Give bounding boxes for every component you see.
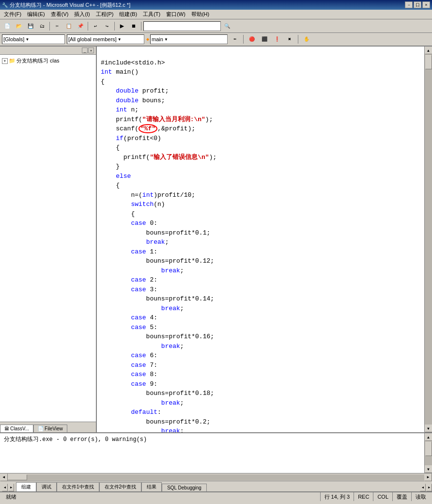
line-case0: case 0: (101, 220, 157, 227)
redo-button[interactable]: ↪ (102, 21, 112, 32)
bp2-button[interactable]: ⬛ (259, 34, 270, 45)
save-workspace-button[interactable]: 🗂 (37, 21, 47, 32)
toolbar2: [Globals] ▼ [All global members] ▼ ◆ mai… (0, 33, 432, 47)
panel-scroll-right[interactable]: ► (426, 484, 432, 491)
line-case23-break: break; (101, 305, 184, 312)
tab-fileview[interactable]: 📄 FileView (33, 425, 67, 432)
output-scroll-track[interactable] (425, 441, 432, 465)
hscroll-track[interactable] (8, 474, 424, 480)
line-include: #include<stdio.h> (101, 59, 165, 66)
line-case0-stmt: bouns=profit*0.1; (101, 229, 210, 236)
nav-button[interactable]: ⬅ (230, 34, 240, 45)
cut-button[interactable]: ✂ (52, 21, 62, 32)
fileview-icon: 📄 (38, 426, 44, 431)
line-brace3: } (101, 163, 120, 170)
output-scroll-thumb[interactable] (425, 441, 432, 456)
left-panel-title: _ × (0, 47, 96, 55)
close-button[interactable]: × (422, 1, 430, 8)
status-rec: REC (354, 492, 373, 501)
minimize-button[interactable]: － (405, 1, 413, 8)
tab-build[interactable]: 组建 (16, 482, 36, 491)
scroll-thumb[interactable] (425, 55, 432, 69)
tree-expand-icon[interactable]: + (2, 58, 8, 64)
menu-view[interactable]: 查看(V) (48, 10, 72, 19)
output-hscrollbar[interactable]: ◄ ► (0, 473, 432, 481)
members-combo[interactable]: [All global members] ▼ (67, 34, 144, 44)
status-col: COL (373, 492, 393, 501)
run-button[interactable]: ▶ (117, 21, 127, 32)
tree-root[interactable]: + 📁 分支结构练习 clas (2, 57, 94, 65)
menu-file[interactable]: 文件(F) (1, 10, 24, 19)
restore-button[interactable]: 口 (414, 1, 421, 8)
search-button[interactable]: 🔍 (222, 21, 232, 32)
tabs-scroll-right[interactable]: ► (8, 484, 14, 491)
sep5 (243, 35, 244, 44)
title-bar-buttons: － 口 × (405, 1, 430, 8)
tab-classview[interactable]: 🏛 ClassV... (0, 425, 33, 432)
members-combo-arrow: ▼ (118, 37, 122, 42)
fileview-label: FileView (45, 426, 63, 431)
menu-project[interactable]: 工程(P) (93, 10, 117, 19)
open-button[interactable]: 📂 (14, 21, 24, 32)
menu-insert[interactable]: 插入(I) (71, 10, 93, 19)
position-text: 行 14, 列 3 (324, 493, 350, 501)
menu-build[interactable]: 组建(B) (116, 10, 140, 19)
globals-combo[interactable]: [Globals] ▼ (2, 34, 65, 44)
paste-button[interactable]: 📌 (75, 21, 86, 32)
output-scroll-down[interactable]: ▼ (425, 465, 432, 473)
menu-help[interactable]: 帮助(H) (188, 10, 212, 19)
tabs-scroll-left[interactable]: ◄ (2, 484, 8, 491)
line-case4: case 4: (101, 314, 157, 321)
tab-sql-debug[interactable]: SQL Debugging (162, 484, 207, 491)
line-main-def: int main() (101, 68, 139, 76)
sep4 (141, 22, 141, 31)
output-scroll-up[interactable]: ▲ (425, 433, 432, 441)
menu-tools[interactable]: 工具(T) (140, 10, 163, 19)
tab-results[interactable]: 结果 (141, 482, 162, 491)
left-panel-title-text (2, 47, 3, 53)
app-icon: 🔧 (2, 2, 8, 8)
code-editor[interactable]: #include<stdio.h> int main() { double pr… (97, 47, 424, 432)
hand-button[interactable]: ✋ (301, 34, 312, 45)
left-panel-minimize[interactable]: _ (82, 47, 88, 53)
hscroll-thumb[interactable] (8, 474, 27, 480)
status-ready: 就绪 (2, 492, 321, 501)
menu-edit[interactable]: 编辑(E) (24, 10, 48, 19)
line-brace2: { (101, 144, 120, 151)
line-scanf: scanf("%f",&profit); (101, 124, 195, 133)
vertical-scrollbar[interactable]: ▲ ▼ (424, 47, 432, 432)
tab-findinfile1[interactable]: 在文件1中查找 (57, 482, 99, 491)
undo-button[interactable]: ↩ (90, 21, 101, 32)
line-case0-break: break; (101, 238, 169, 246)
title-bar: 🔧 分支结构练习 - Microsoft Visual C++ - [例题612… (0, 0, 432, 10)
new-file-button[interactable]: 📄 (2, 21, 13, 32)
clear-bp-button[interactable]: ✖ (284, 34, 295, 45)
stop-button[interactable]: ⏹ (128, 21, 139, 32)
bp-button[interactable]: 🔴 (247, 34, 257, 45)
scroll-up-button[interactable]: ▲ (425, 47, 432, 54)
panel-scroll-left[interactable]: ◄ (420, 484, 426, 491)
enable-bp-button[interactable]: ❗ (272, 34, 282, 45)
hscroll-left-button[interactable]: ◄ (0, 473, 8, 481)
line-default: default: (101, 409, 161, 416)
main-area: _ × + 📁 分支结构练习 clas 🏛 ClassV... 📄 FileVi… (0, 47, 432, 432)
sep6 (298, 35, 298, 44)
line-printf-error: printf("输入了错误信息\n"); (101, 154, 216, 161)
line-brace1: { (101, 78, 105, 85)
read-text: 读取 (416, 493, 426, 501)
save-button[interactable]: 💾 (25, 21, 36, 32)
tab-debug[interactable]: 调试 (36, 482, 57, 491)
left-panel-close[interactable]: × (88, 47, 94, 53)
tab-findinfile2[interactable]: 在文件2中查找 (99, 482, 142, 491)
scroll-track[interactable] (425, 54, 432, 425)
scroll-down-button[interactable]: ▼ (425, 425, 432, 432)
output-scrollbar[interactable]: ▲ ▼ (424, 433, 432, 473)
menu-window[interactable]: 窗口(W) (163, 10, 188, 19)
function-combo[interactable]: main ▼ (150, 34, 228, 44)
hscroll-right-button[interactable]: ► (424, 473, 432, 481)
search-input[interactable] (143, 21, 221, 31)
line-int-n: int n; (101, 106, 139, 113)
copy-button[interactable]: 📋 (63, 21, 74, 32)
title-bar-left: 🔧 分支结构练习 - Microsoft Visual C++ - [例题612… (2, 1, 130, 9)
output-text: 分支结构练习.exe - 0 error(s), 0 warning(s) (4, 435, 420, 443)
